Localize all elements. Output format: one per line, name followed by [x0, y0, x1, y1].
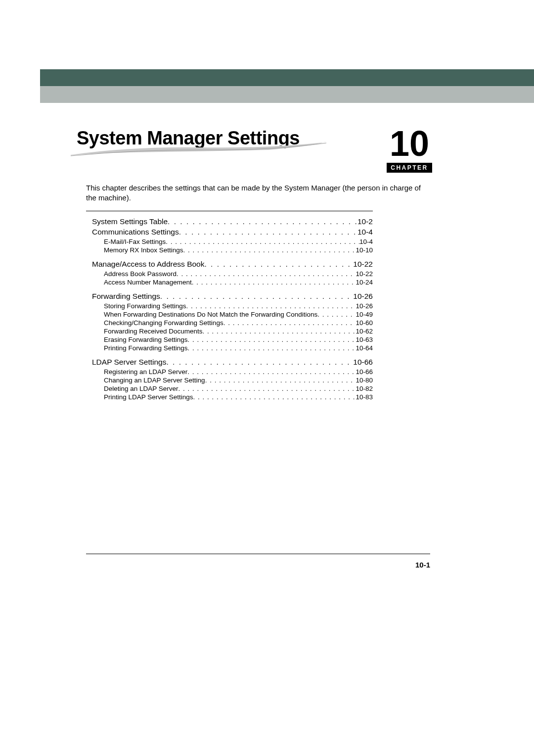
- toc-dot-leader: . . . . . . . . . . . . . . . . . . . . …: [178, 385, 356, 392]
- toc-entry-label: Access Number Management: [104, 279, 192, 286]
- toc-entry-l2: Deleting an LDAP Server . . . . . . . . …: [104, 385, 373, 392]
- toc-entry-page: 10-49: [356, 311, 373, 318]
- page-number: 10-1: [415, 561, 430, 569]
- toc-entry-label: Communications Settings: [92, 228, 179, 236]
- toc-gap: [86, 287, 373, 290]
- chapter-intro: This chapter describes the settings that…: [86, 183, 430, 203]
- toc-entry-page: 10-10: [356, 246, 373, 254]
- toc-entry-l2: E-Mail/I-Fax Settings . . . . . . . . . …: [104, 238, 373, 245]
- toc-entry-page: 10-83: [356, 393, 373, 401]
- toc-dot-leader: . . . . . . . . . . . . . . . . . . . . …: [186, 302, 356, 310]
- toc-entry-page: 10-62: [356, 328, 373, 335]
- toc-entry-l2: Access Number Management . . . . . . . .…: [104, 279, 373, 286]
- toc-entry-page: 10-66: [356, 368, 373, 376]
- toc-entry-l1: System Settings Table . . . . . . . . . …: [92, 217, 373, 226]
- toc-entry-label: Deleting an LDAP Server: [104, 385, 178, 392]
- chapter-label: CHAPTER: [387, 163, 432, 173]
- toc-entry-label: Storing Forwarding Settings: [104, 302, 186, 310]
- toc-entry-l2: Forwarding Received Documents . . . . . …: [104, 328, 373, 335]
- toc-dot-leader: . . . . . . . . . . . . . . . . . . . . …: [177, 270, 356, 278]
- toc-entry-page: 10-60: [356, 319, 373, 327]
- toc-dot-leader: . . . . . . . . . . . . . . . . . . . . …: [160, 292, 354, 301]
- toc-entry-page: 10-66: [353, 358, 373, 367]
- toc-entry-page: 10-24: [356, 279, 373, 286]
- chapter-number: 10: [387, 126, 432, 161]
- toc-gap: [86, 353, 373, 356]
- header-bar-light: [40, 86, 534, 103]
- toc-gap: [86, 255, 373, 258]
- toc-dot-leader: . . . . . . . . . . . . . . . . . . . . …: [223, 319, 356, 327]
- toc-entry-page: 10-82: [356, 385, 373, 392]
- toc-entry-label: Erasing Forwarding Settings: [104, 336, 188, 343]
- toc-entry-label: E-Mail/I-Fax Settings: [104, 238, 166, 245]
- toc-entry-l2: Registering an LDAP Server . . . . . . .…: [104, 368, 373, 376]
- toc-entry-page: 10-4: [359, 238, 373, 245]
- toc-entry-l2: Printing Forwarding Settings . . . . . .…: [104, 344, 373, 352]
- toc-dot-leader: . . . . . . . . . . . . . . . . . . . . …: [204, 260, 353, 269]
- toc-entry-page: 10-22: [353, 260, 373, 269]
- toc-entry-page: 10-2: [357, 217, 373, 226]
- toc-entry-page: 10-26: [353, 292, 373, 301]
- toc-entry-l1: Forwarding Settings . . . . . . . . . . …: [92, 292, 373, 301]
- toc-entry-l2: When Forwarding Destinations Do Not Matc…: [104, 311, 373, 318]
- toc-entry-l2: Printing LDAP Server Settings . . . . . …: [104, 393, 373, 401]
- toc-entry-page: 10-4: [357, 228, 373, 236]
- toc-entry-label: Forwarding Settings: [92, 292, 160, 301]
- header-bars: [40, 69, 534, 103]
- toc-entry-label: Printing LDAP Server Settings: [104, 393, 193, 401]
- toc-entry-l1: LDAP Server Settings . . . . . . . . . .…: [92, 358, 373, 367]
- toc-entry-l2: Address Book Password . . . . . . . . . …: [104, 270, 373, 278]
- toc-dot-leader: . . . . . . . . . . . . . . . . . . . . …: [166, 358, 353, 367]
- toc-entry-page: 10-22: [356, 270, 373, 278]
- toc-entry-label: Memory RX Inbox Settings: [104, 246, 183, 254]
- toc-list: System Settings Table . . . . . . . . . …: [86, 217, 373, 401]
- header-bar-dark: [40, 69, 534, 86]
- toc-entry-l2: Erasing Forwarding Settings . . . . . . …: [104, 336, 373, 343]
- chapter-badge: 10 CHAPTER: [387, 126, 432, 173]
- toc-entry-label: When Forwarding Destinations Do Not Matc…: [104, 311, 317, 318]
- chapter-title: System Manager Settings: [77, 128, 435, 149]
- toc-dot-leader: . . . . . . . . . . . . . . . . . . . . …: [203, 328, 356, 335]
- toc-entry-l2: Memory RX Inbox Settings . . . . . . . .…: [104, 246, 373, 254]
- toc-entry-page: 10-80: [356, 377, 373, 384]
- toc-entry-page: 10-63: [356, 336, 373, 343]
- toc-entry-l2: Storing Forwarding Settings . . . . . . …: [104, 302, 373, 310]
- toc-entry-label: System Settings Table: [92, 217, 168, 226]
- toc-top-rule: [86, 211, 373, 211]
- toc-entry-label: Registering an LDAP Server: [104, 368, 187, 376]
- toc-dot-leader: . . . . . . . . . . . . . . . . . . . . …: [166, 238, 359, 245]
- page: System Manager Settings 10 CHAPTER This …: [0, 0, 534, 756]
- toc-dot-leader: . . . . . . . . . . . . . . . . . . . . …: [188, 344, 356, 352]
- toc-entry-l1: Manage/Access to Address Book . . . . . …: [92, 260, 373, 269]
- toc-entry-label: Address Book Password: [104, 270, 177, 278]
- toc-dot-leader: . . . . . . . . . . . . . . . . . . . . …: [179, 228, 357, 236]
- toc-dot-leader: . . . . . . . . . . . . . . . . . . . . …: [168, 217, 357, 226]
- toc-entry-page: 10-64: [356, 344, 373, 352]
- page-bottom-rule: [86, 554, 430, 554]
- toc-dot-leader: . . . . . . . . . . . . . . . . . . . . …: [183, 246, 356, 254]
- toc-dot-leader: . . . . . . . . . . . . . . . . . . . . …: [188, 336, 356, 343]
- toc-entry-label: LDAP Server Settings: [92, 358, 166, 367]
- toc-entry-label: Changing an LDAP Server Setting: [104, 377, 205, 384]
- chapter-title-block: System Manager Settings: [77, 128, 435, 149]
- toc-dot-leader: . . . . . . . . . . . . . . . . . . . . …: [192, 279, 356, 286]
- toc-entry-page: 10-26: [356, 302, 373, 310]
- toc-entry-label: Manage/Access to Address Book: [92, 260, 204, 269]
- toc-entry-l2: Changing an LDAP Server Setting . . . . …: [104, 377, 373, 384]
- toc-entry-label: Checking/Changing Forwarding Settings: [104, 319, 223, 327]
- table-of-contents: System Settings Table . . . . . . . . . …: [86, 211, 373, 402]
- toc-dot-leader: . . . . . . . . . . . . . . . . . . . . …: [193, 393, 356, 401]
- toc-entry-label: Forwarding Received Documents: [104, 328, 203, 335]
- toc-entry-label: Printing Forwarding Settings: [104, 344, 188, 352]
- toc-dot-leader: . . . . . . . . . . . . . . . . . . . . …: [187, 368, 356, 376]
- toc-dot-leader: . . . . . . . . . . . . . . . . . . . . …: [205, 377, 356, 384]
- toc-entry-l1: Communications Settings . . . . . . . . …: [92, 228, 373, 236]
- toc-entry-l2: Checking/Changing Forwarding Settings . …: [104, 319, 373, 327]
- toc-dot-leader: . . . . . . . . . . . . . . . . . . . . …: [317, 311, 356, 318]
